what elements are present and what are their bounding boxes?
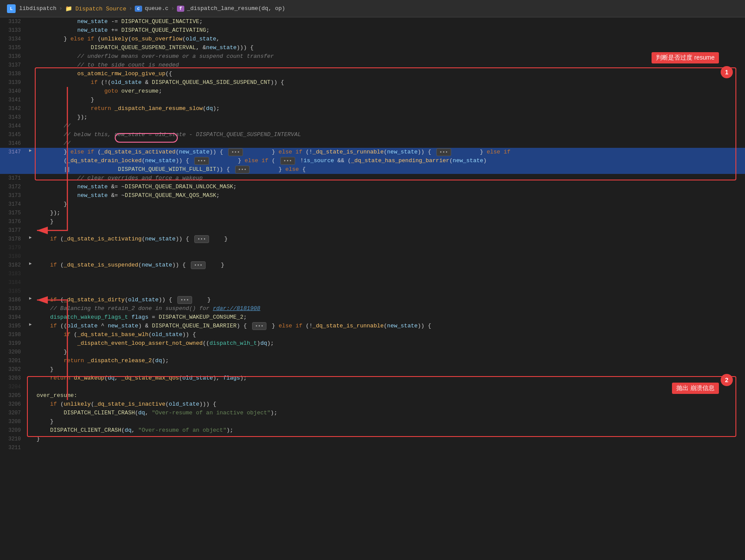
code-line-3135: 3135 DISPATCH_QUEUE_SUSPEND_INTERVAL, &n… bbox=[0, 43, 745, 52]
code-line-3141: 3141 } bbox=[0, 96, 745, 104]
code-line-3171: 3171 // clear overrides and force a wake… bbox=[0, 174, 745, 183]
code-line-3146: 3146 // bbox=[0, 139, 745, 148]
code-line-3203: 3203 return dx_wakeup(dq, _dq_state_max_… bbox=[0, 374, 745, 383]
breadcrumb-func-icon: f bbox=[177, 6, 184, 12]
code-line-3204: 3204 bbox=[0, 383, 745, 391]
code-line-3179: 3179 bbox=[0, 243, 745, 252]
code-line-3209: 3209 DISPATCH_CLIENT_CRASH(dq, "Over-res… bbox=[0, 426, 745, 435]
code-line-3200: 3200 } bbox=[0, 348, 745, 357]
code-line-3173: 3173 new_state &= ~DISPATCH_QUEUE_MAX_QO… bbox=[0, 191, 745, 200]
breadcrumb-filetype: c bbox=[135, 6, 142, 12]
code-line-3147b: (_dq_state_drain_locked(new_state)) { ••… bbox=[0, 157, 745, 165]
code-line-3185: 3185 bbox=[0, 287, 745, 296]
code-content: 3132 new_state -= DISPATCH_QUEUE_INACTIV… bbox=[0, 17, 745, 560]
code-line-3178: 3178 ▶ if (_dq_state_is_activating(new_s… bbox=[0, 235, 745, 243]
code-line-3183: 3183 bbox=[0, 270, 745, 278]
code-line-3177: 3177 bbox=[0, 226, 745, 235]
breadcrumb-file: queue.c bbox=[145, 5, 169, 12]
code-line-3193: 3193 // Balancing the retain_2 done in s… bbox=[0, 304, 745, 313]
breadcrumb-project: libdispatch bbox=[19, 5, 57, 12]
code-line-3132: 3132 new_state -= DISPATCH_QUEUE_INACTIV… bbox=[0, 17, 745, 26]
code-line-3182: 3182 ▶ if (_dq_state_is_suspended(new_st… bbox=[0, 261, 745, 270]
code-line-3142: 3142 return _dispatch_lane_resume_slow(d… bbox=[0, 104, 745, 113]
code-line-3207: 3207 DISPATCH_CLIENT_CRASH(dq, "Over-res… bbox=[0, 409, 745, 417]
breadcrumb-folder: 📁 Dispatch Source bbox=[65, 5, 126, 12]
code-line-3176: 3176 } bbox=[0, 217, 745, 226]
code-line-3211: 3211 bbox=[0, 443, 745, 452]
code-line-3198: 3198 if (_dq_state_is_base_wlh(old_state… bbox=[0, 330, 745, 339]
code-line-3172: 3172 new_state &= ~DISPATCH_QUEUE_DRAIN_… bbox=[0, 183, 745, 191]
title-bar: L libdispatch › 📁 Dispatch Source › c qu… bbox=[0, 0, 745, 17]
code-line-3199: 3199 _dispatch_event_loop_assert_not_own… bbox=[0, 339, 745, 348]
code-line-3180: 3180 bbox=[0, 252, 745, 261]
code-area: 判断是否过度 resume 1 抛出 崩溃信息 2 3132 new_state… bbox=[0, 17, 745, 560]
code-line-3144: 3144 // bbox=[0, 122, 745, 130]
code-line-3134: 3134 } else if (unlikely(os_sub_overflow… bbox=[0, 35, 745, 43]
code-line-3184: 3184 bbox=[0, 278, 745, 287]
code-line-3136: 3136 // underflow means over-resume or a… bbox=[0, 52, 745, 61]
app-icon: L bbox=[7, 4, 16, 13]
code-line-3206: 3206 if (unlikely(_dq_state_is_inactive(… bbox=[0, 400, 745, 409]
code-line-3205: 3205 over_resume: bbox=[0, 391, 745, 400]
code-line-3175: 3175 }); bbox=[0, 209, 745, 217]
code-line-3145: 3145 // below this, new_state = old_stat… bbox=[0, 130, 745, 139]
code-line-3147c: || DISPATCH_QUEUE_WIDTH_FULL_BIT)) { •••… bbox=[0, 165, 745, 174]
code-line-3139: 3139 if (!(old_state & DISPATCH_QUEUE_HA… bbox=[0, 78, 745, 87]
breadcrumb-function: _dispatch_lane_resume(dq, op) bbox=[187, 5, 285, 12]
code-line-3140: 3140 goto over_resume; bbox=[0, 87, 745, 96]
breadcrumb: libdispatch › 📁 Dispatch Source › c queu… bbox=[19, 5, 285, 12]
code-line-3208: 3208 } bbox=[0, 417, 745, 426]
code-line-3195: 3195 ▶ if ((old_state ^ new_state) & DIS… bbox=[0, 322, 745, 330]
code-line-3194: 3194 dispatch_wakeup_flags_t flags = DIS… bbox=[0, 313, 745, 322]
code-line-3202: 3202 } bbox=[0, 365, 745, 374]
code-line-3137: 3137 // to the side count is needed bbox=[0, 61, 745, 70]
code-line-3133: 3133 new_state += DISPATCH_QUEUE_ACTIVAT… bbox=[0, 26, 745, 35]
code-line-3186: 3186 ▶ if (_dq_state_is_dirty(old_state)… bbox=[0, 296, 745, 304]
code-line-3147: 3147 ▶ } else if (_dq_state_is_activated… bbox=[0, 148, 745, 157]
code-line-3138: 3138 os_atomic_rmw_loop_give_up({ bbox=[0, 70, 745, 78]
code-line-3174: 3174 } bbox=[0, 200, 745, 209]
code-line-3210: 3210 } bbox=[0, 435, 745, 443]
code-line-3201: 3201 return _dispatch_release_2(dq); bbox=[0, 357, 745, 365]
code-line-3143: 3143 }); bbox=[0, 113, 745, 122]
